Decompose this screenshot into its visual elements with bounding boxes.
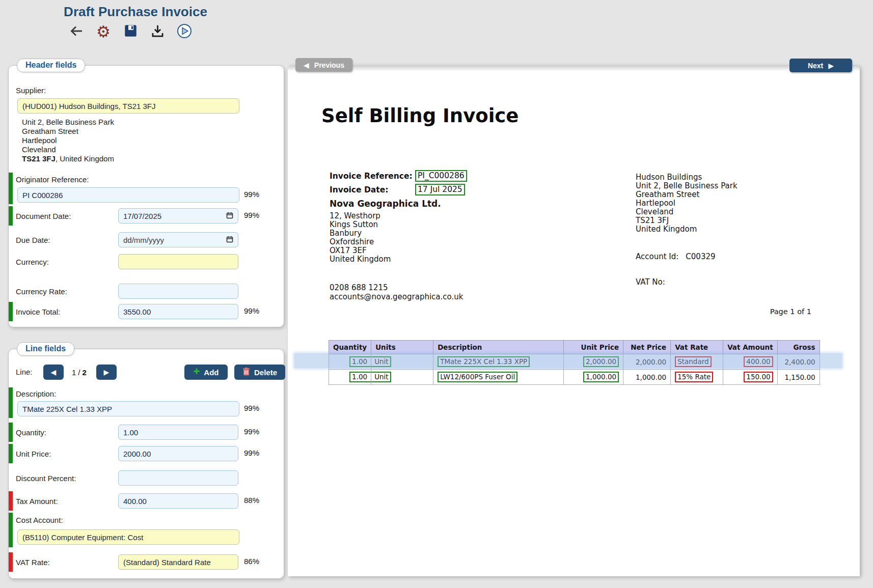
calendar-icon[interactable] — [226, 236, 233, 244]
originator-reference-input[interactable]: PI C000286 — [17, 187, 239, 203]
status-bar — [9, 302, 13, 321]
ocr-box-red[interactable]: Standard — [675, 356, 711, 367]
ocr-box-green[interactable]: 1.00 — [349, 356, 371, 367]
status-bar — [9, 513, 13, 547]
field-originator-reference: Originator Reference: PI C000286 99% — [9, 173, 283, 204]
doc-table-cell-description: TMate 225X Cel 1.33 XPP — [433, 354, 564, 370]
doc-table-header-quantity: Quantity — [329, 341, 371, 354]
discount-percent-label: Discount Percent: — [16, 468, 76, 488]
field-line-vat-rate: VAT Rate: (Standard) Standard Rate 86% — [9, 552, 283, 572]
doc-table-header-vat_amount: Vat Amount — [723, 341, 777, 354]
cost-account-label: Cost Account: — [16, 516, 63, 524]
field-line-tax-amount: Tax Amount: 400.00 88% — [9, 491, 283, 511]
ocr-box-red[interactable]: 400.00 — [744, 356, 773, 367]
unit-price-input[interactable]: 2000.00 — [118, 446, 238, 461]
doc-table-header-gross: Gross — [777, 341, 820, 354]
originator-reference-label: Originator Reference: — [16, 175, 89, 184]
ocr-box-green[interactable]: 1,000.00 — [583, 372, 619, 382]
ocr-box-green[interactable]: TMate 225X Cel 1.33 XPP — [438, 356, 530, 367]
quantity-label: Quantity: — [16, 423, 46, 442]
status-bar — [9, 387, 13, 418]
supplier-input[interactable]: (HUD001) Hudson Buildings, TS21 3FJ — [17, 98, 239, 114]
back-button[interactable] — [68, 23, 85, 40]
previous-page-button[interactable]: ◀ Previous — [295, 58, 352, 72]
previous-line-button[interactable]: ◀ — [43, 365, 64, 380]
next-page-button[interactable]: Next ▶ — [789, 59, 852, 72]
doc-table-header-unit_price: Unit Price — [564, 341, 623, 354]
ocr-box-invoice-reference[interactable]: PI_C000286 — [415, 170, 467, 182]
field-currency: Currency: — [9, 252, 283, 271]
line-nav-label: Line: — [16, 368, 33, 376]
invoice-date-label: Invoice Date: — [330, 185, 415, 194]
doc-table-cell-units: Unit — [371, 354, 433, 370]
download-button[interactable] — [149, 23, 166, 40]
tax-amount-input[interactable]: 400.00 — [118, 493, 238, 509]
tax-amount-label: Tax Amount: — [16, 491, 58, 511]
header-fields-panel: Header fields Supplier: (HUD001) Hudson … — [8, 65, 284, 327]
vat-rate-input[interactable]: (Standard) Standard Rate — [118, 554, 238, 570]
doc-table-row[interactable]: 1.00UnitTMate 225X Cel 1.33 XPP2,000.002… — [329, 354, 820, 370]
status-bar — [9, 552, 13, 572]
page: Draft Purchase Invoice ⚙ Header — [0, 0, 873, 588]
confidence-value: 99% — [244, 211, 259, 219]
currency-rate-input[interactable] — [118, 284, 238, 299]
next-line-button[interactable]: ▶ — [96, 365, 117, 380]
run-play-icon — [177, 23, 192, 40]
ocr-box-invoice-date[interactable]: 17 Jul 2025 — [415, 184, 465, 195]
ocr-box-green[interactable]: LW12/600PS Fuser Oil — [438, 372, 517, 382]
page-indicator: Page 1 of 1 — [770, 307, 811, 316]
doc-table-cell-gross: 1,150.00 — [777, 370, 820, 385]
currency-input[interactable] — [118, 254, 238, 269]
document-date-label: Document Date: — [16, 206, 71, 226]
field-document-date: Document Date: 17/07/2025 99% — [9, 206, 283, 226]
doc-table-cell-vat_amount: 150.00 — [723, 370, 777, 385]
ocr-box-green[interactable]: 1.00 — [349, 372, 371, 382]
cell-value: 1,150.00 — [784, 373, 815, 381]
doc-table-row[interactable]: 1.00UnitLW12/600PS Fuser Oil1,000.001,00… — [329, 370, 820, 385]
description-label: Description: — [16, 389, 56, 398]
line-nav-row: Line: ◀ 1 / 2 ▶ + Add Delete — [9, 365, 283, 381]
doc-table-header-vat_rate: Vat Rate — [671, 341, 723, 354]
doc-table-cell-vat_amount: 400.00 — [723, 354, 777, 370]
quantity-input[interactable]: 1.00 — [118, 425, 238, 440]
invoice-total-input[interactable]: 3550.00 — [118, 304, 238, 319]
confidence-value: 99% — [244, 404, 259, 412]
left-triangle-icon: ◀ — [304, 62, 309, 69]
settings-button[interactable]: ⚙ — [95, 23, 112, 40]
ocr-box-red[interactable]: 15% Rate — [675, 372, 713, 382]
calendar-icon[interactable] — [226, 212, 233, 220]
doc-table-header-units: Units — [371, 341, 433, 354]
line-counter: 1 / 2 — [72, 365, 87, 380]
run-button[interactable] — [176, 23, 193, 40]
ocr-box-red[interactable]: 150.00 — [744, 372, 773, 382]
status-bar — [9, 173, 13, 204]
doc-table-cell-unit_price: 1,000.00 — [564, 370, 623, 385]
right-triangle-icon: ▶ — [828, 62, 834, 69]
cell-value: 1,000.00 — [636, 373, 666, 381]
page-title: Draft Purchase Invoice — [64, 4, 207, 19]
customer-address-block: Hudson Buildings Unit 2, Belle Business … — [636, 173, 738, 234]
discount-percent-input[interactable] — [118, 470, 238, 486]
ocr-box-green[interactable]: Unit — [371, 372, 391, 382]
save-button[interactable] — [122, 23, 139, 40]
download-icon — [151, 24, 165, 39]
supplier-email: accounts@nova.geographica.co.uk — [330, 292, 463, 301]
document-date-input[interactable]: 17/07/2025 — [118, 208, 238, 223]
add-line-button[interactable]: + Add — [184, 365, 228, 380]
supplier-address: Unit 2, Belle Business Park Greatham Str… — [22, 118, 114, 163]
doc-table-cell-description: LW12/600PS Fuser Oil — [433, 370, 564, 385]
ocr-box-green[interactable]: 2,000.00 — [583, 356, 619, 367]
ocr-box-green[interactable]: Unit — [371, 356, 391, 367]
back-icon — [69, 24, 84, 39]
doc-table-cell-net_price: 1,000.00 — [623, 370, 671, 385]
supplier-name: Nova Geographica Ltd. — [330, 199, 441, 209]
delete-line-button[interactable]: Delete — [234, 365, 285, 380]
cost-account-input[interactable]: (B5110) Computer Equipment: Cost — [17, 529, 239, 545]
due-date-input[interactable]: dd/mm/yyyy — [118, 232, 238, 247]
description-input[interactable]: TMate 225X Cel 1.33 XPP — [17, 401, 239, 416]
doc-table-cell-vat_rate: Standard — [671, 354, 723, 370]
left-triangle-icon: ◀ — [51, 369, 57, 376]
currency-label: Currency: — [16, 252, 49, 271]
status-bar — [9, 491, 13, 511]
vat-no-label: VAT No: — [636, 277, 665, 287]
